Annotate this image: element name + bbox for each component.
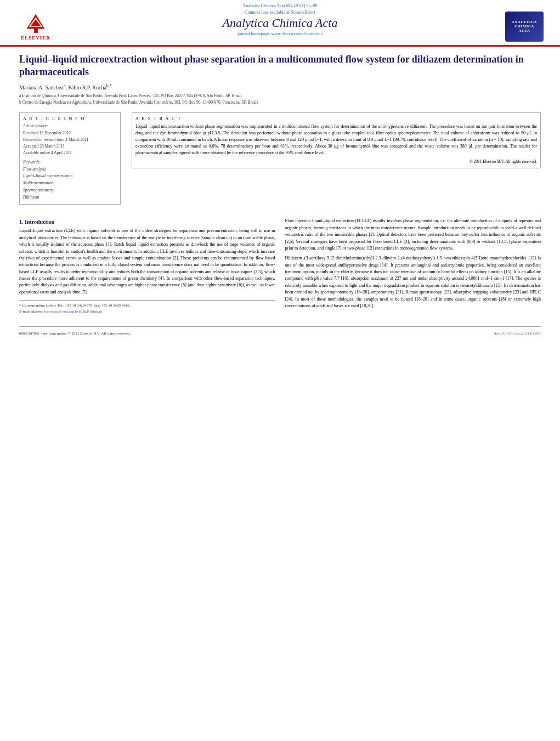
journal-top-bar: ELSEVIER Contents lists available at Sci… xyxy=(11,10,549,43)
sciencedirect-text: Contents lists available at ScienceDirec… xyxy=(66,10,494,15)
aff-b-text: b Centro de Energia Nuclear na Agricultu… xyxy=(19,99,258,105)
abstract-column: A B S T R A C T Liquid–liquid microextra… xyxy=(132,112,541,211)
abstract-heading: A B S T R A C T xyxy=(135,116,537,121)
content-area: Liquid–liquid microextraction without ph… xyxy=(0,47,560,321)
aff-a-text: a Instituto de Química, Universidade de … xyxy=(19,93,242,99)
journal-name: Analytica Chimica Acta xyxy=(66,16,494,30)
volume-info: Analytica Chimica Acta 694 (2011) 95–99 xyxy=(11,3,549,8)
intro-paragraph-2: Flow injection liquid–liquid extraction … xyxy=(285,218,541,252)
footer-doi: doi:10.1016/j.aca.2011.03.051 xyxy=(494,331,541,336)
email-label: E-mail address: xyxy=(19,309,43,314)
journal-header: Analytica Chimica Acta 694 (2011) 95–99 … xyxy=(0,0,560,46)
section-name: Introduction xyxy=(25,219,54,225)
keyword-5: Diltiazem xyxy=(23,194,117,201)
page-footer: 0003-2670/$ – see front matter © 2011 El… xyxy=(19,326,541,336)
email-line: E-mail address: frprocha@cena.usp.br (F.… xyxy=(19,309,275,315)
section-number: 1. xyxy=(19,219,24,225)
info-abstract-section: A R T I C L E I N F O Article history: R… xyxy=(19,112,541,211)
corresponding-author: * Corresponding author. Tel.: +55 19 342… xyxy=(19,300,275,315)
keywords-section: Keywords: Flow analysis Liquid–liquid mi… xyxy=(23,160,117,201)
authors: Mariana A. Sancheza, Fábio R.P. Rochab,* xyxy=(19,83,541,90)
abstract-text: Liquid–liquid microextraction without ph… xyxy=(135,123,537,165)
journal-center: Contents lists available at ScienceDirec… xyxy=(60,10,500,36)
abstract-body: Liquid–liquid microextraction without ph… xyxy=(135,124,537,155)
introduction-title: 1. Introduction xyxy=(19,219,275,225)
article-info-box: A R T I C L E I N F O Article history: R… xyxy=(19,112,121,205)
keyword-list: Flow analysis Liquid–liquid microextract… xyxy=(23,166,117,201)
revised-date: Received in revised form 1 March 2011 xyxy=(23,137,117,143)
corresponding-note: * Corresponding author. Tel.: +55 19 342… xyxy=(19,303,275,309)
accepted-date: Accepted 26 March 2011 xyxy=(23,143,117,150)
main-body: 1. Introduction Liquid–liquid extraction… xyxy=(19,218,541,315)
abstract-copyright: © 2011 Elsevier B.V. All rights reserved… xyxy=(135,159,537,165)
author-names: Mariana A. Sancheza, Fábio R.P. Rochab,* xyxy=(19,84,112,90)
keyword-3: Multicommutation xyxy=(23,180,117,187)
footer-bottom: 0003-2670/$ – see front matter © 2011 El… xyxy=(19,331,541,336)
aca-logo-container: ANALYTICACHIMICAACTA xyxy=(500,10,549,43)
history-label: Article history: xyxy=(23,123,117,128)
available-date: Available online 4 April 2011 xyxy=(23,150,117,156)
keyword-2: Liquid–liquid microextraction xyxy=(23,173,117,180)
intro-paragraph-3: Diltiazem (3-acetiloxy-5-[2-dimethylamin… xyxy=(285,255,541,309)
article-title: Liquid–liquid microextraction without ph… xyxy=(19,53,541,79)
keyword-4: Spectrophotometry xyxy=(23,187,117,194)
keyword-1: Flow analysis xyxy=(23,166,117,173)
affiliations: a Instituto de Química, Universidade de … xyxy=(19,93,541,106)
body-left-column: 1. Introduction Liquid–liquid extraction… xyxy=(19,218,275,315)
article-info-heading: A R T I C L E I N F O xyxy=(23,116,117,121)
received-date: Received 16 December 2010 xyxy=(23,130,117,137)
elsevier-tree-icon xyxy=(21,12,51,34)
footer-copyright: 0003-2670/$ – see front matter © 2011 El… xyxy=(19,331,131,336)
affiliation-b: b Centro de Energia Nuclear na Agricultu… xyxy=(19,99,541,105)
journal-homepage: journal homepage: www.elsevier.com/locat… xyxy=(66,31,494,36)
article-info-column: A R T I C L E I N F O Article history: R… xyxy=(19,112,121,211)
body-right-column: Flow injection liquid–liquid extraction … xyxy=(285,218,541,315)
page: Analytica Chimica Acta 694 (2011) 95–99 … xyxy=(0,0,560,741)
email-address: frprocha@cena.usp.br xyxy=(44,309,78,314)
aca-logo: ANALYTICACHIMICAACTA xyxy=(505,12,544,42)
intro-paragraph-1: Liquid–liquid extraction (LLE) with orga… xyxy=(19,228,275,296)
abstract-box: A B S T R A C T Liquid–liquid microextra… xyxy=(132,112,541,168)
elsevier-logo: ELSEVIER xyxy=(11,10,60,43)
elsevier-label: ELSEVIER xyxy=(21,35,50,41)
keywords-label: Keywords: xyxy=(23,160,117,165)
article-dates: Received 16 December 2010 Received in re… xyxy=(23,130,117,156)
affiliation-a: a Instituto de Química, Universidade de … xyxy=(19,93,541,99)
email-person: (F.R.P. Rocha). xyxy=(79,309,102,314)
